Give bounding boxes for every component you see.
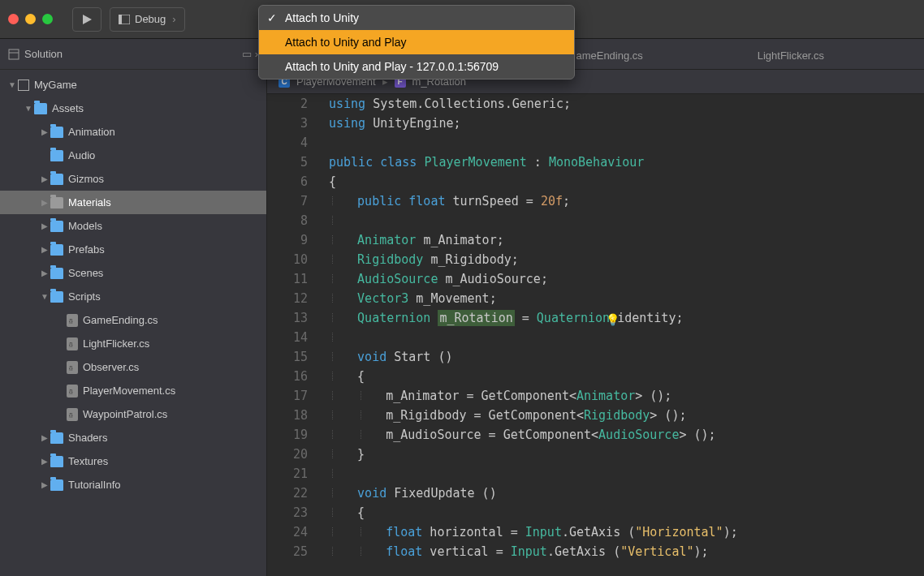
code-line[interactable]: ⸽ ⸽ m_AudioSource = GetComponent<AudioSo…	[329, 425, 924, 445]
tree-file[interactable]: {}WaypointPatrol.cs	[0, 402, 266, 426]
expand-arrow-icon[interactable]: ▼	[39, 292, 50, 301]
expand-arrow-icon[interactable]: ▶	[39, 457, 50, 466]
code-line[interactable]: ⸽ }	[329, 445, 924, 464]
tree-label: Materials	[68, 196, 111, 208]
line-number: 7	[267, 191, 308, 211]
expand-arrow-icon[interactable]: ▼	[6, 80, 18, 89]
editor-tab[interactable]: ameEnding.cs	[561, 41, 657, 69]
folder-icon	[50, 174, 63, 185]
tree-file[interactable]: {}LightFlicker.cs	[0, 332, 266, 355]
tree-label: Gizmos	[68, 173, 104, 185]
panel-icon	[119, 15, 130, 24]
code-line[interactable]: ⸽	[329, 211, 924, 230]
expand-arrow-icon[interactable]: ▶	[39, 221, 50, 230]
minimize-button[interactable]	[25, 14, 36, 24]
run-button[interactable]	[72, 7, 101, 32]
code-line[interactable]: public class PlayerMovement : MonoBehavi…	[329, 153, 924, 172]
code-line[interactable]: ⸽ AudioSource m_AudioSource;	[329, 269, 924, 289]
close-button[interactable]	[8, 14, 19, 24]
code-line[interactable]: ⸽ void Start ()	[329, 347, 924, 367]
code-editor[interactable]: 2345678910111213141516171819202122232425…	[267, 94, 924, 576]
expand-arrow-icon[interactable]: ▶	[39, 269, 50, 277]
tree-folder[interactable]: ▶TutorialInfo	[0, 473, 266, 496]
expand-arrow-icon[interactable]: ▶	[39, 433, 50, 442]
project-icon	[18, 80, 29, 91]
code-line[interactable]: ⸽ ⸽ m_Rigidbody = GetComponent<Rigidbody…	[329, 406, 924, 425]
code-line[interactable]: ⸽	[329, 464, 924, 484]
tree-folder[interactable]: ▶Materials	[0, 191, 266, 214]
code-line[interactable]: {	[329, 172, 924, 191]
tree-file[interactable]: {}GameEnding.cs	[0, 308, 266, 332]
sidebar-options-icon[interactable]: ▭ ›	[242, 48, 258, 60]
run-target-option[interactable]: Attach to Unity and Play	[259, 30, 574, 54]
code-line[interactable]: ⸽ Rigidbody m_Rigidbody;	[329, 250, 924, 269]
expand-arrow-icon[interactable]: ▶	[39, 127, 50, 136]
line-number: 22	[267, 484, 308, 503]
configuration-selector[interactable]: Debug ›	[110, 7, 185, 32]
expand-arrow-icon[interactable]: ▶	[39, 480, 50, 489]
tree-folder[interactable]: ▶Shaders	[0, 426, 266, 449]
code-line[interactable]: ⸽ public float turnSpeed = 20f;	[329, 191, 924, 211]
folder-icon	[50, 244, 63, 256]
line-number: 15	[267, 347, 308, 367]
run-target-option[interactable]: Attach to Unity and Play - 127.0.0.1:567…	[259, 54, 574, 79]
code-line[interactable]: ⸽ Animator m_Animator;	[329, 230, 924, 250]
tree-folder[interactable]: ▶Animation	[0, 120, 266, 144]
line-number: 14	[267, 328, 308, 347]
folder-icon	[50, 150, 63, 161]
code-line[interactable]: ⸽ Quaternion m_Rotation = Quaternion.ide…	[329, 308, 924, 328]
tree-folder[interactable]: ▶Scenes	[0, 261, 266, 285]
code-line[interactable]: ⸽ {	[329, 503, 924, 522]
line-number: 3	[267, 114, 308, 133]
tree-label: Observer.cs	[83, 361, 139, 373]
line-number: 6	[267, 172, 308, 191]
tree-file[interactable]: {}PlayerMovement.cs	[0, 379, 266, 402]
tree-label: Textures	[68, 455, 108, 467]
tree-file[interactable]: {}Observer.cs	[0, 355, 266, 379]
code-line[interactable]: using UnityEngine;	[329, 114, 924, 133]
code-content[interactable]: using System.Collections.Generic;using U…	[319, 94, 924, 576]
lightbulb-icon[interactable]: 💡	[606, 310, 620, 329]
line-number: 19	[267, 425, 308, 445]
line-number: 18	[267, 406, 308, 425]
expand-arrow-icon[interactable]: ▼	[23, 104, 34, 113]
code-line[interactable]: ⸽ Vector3 m_Movement;	[329, 289, 924, 308]
tree-folder[interactable]: ▼MyGame	[0, 73, 266, 97]
option-label: Attach to Unity	[285, 11, 359, 24]
tree-label: MyGame	[34, 79, 77, 91]
tree-label: PlayerMovement.cs	[83, 385, 175, 397]
code-line[interactable]: ⸽ void FixedUpdate ()	[329, 484, 924, 503]
code-line[interactable]: ⸽ {	[329, 367, 924, 386]
code-line[interactable]: ⸽	[329, 328, 924, 347]
tree-folder[interactable]: Audio	[0, 144, 266, 167]
zoom-button[interactable]	[42, 14, 53, 24]
tree-folder[interactable]: ▶Models	[0, 214, 266, 238]
run-target-option[interactable]: ✓Attach to Unity	[259, 6, 574, 30]
solution-tree: ▼MyGame▼Assets▶AnimationAudio▶Gizmos▶Mat…	[0, 70, 266, 576]
code-line[interactable]: ⸽ ⸽ float vertical = Input.GetAxis ("Ver…	[329, 542, 924, 561]
code-line[interactable]	[329, 133, 924, 153]
tree-folder[interactable]: ▶Gizmos	[0, 167, 266, 191]
tree-folder[interactable]: ▶Prefabs	[0, 238, 266, 261]
configuration-label: Debug	[135, 13, 166, 25]
svg-text:{}: {}	[69, 318, 73, 324]
line-number: 5	[267, 153, 308, 172]
tree-folder[interactable]: ▼Assets	[0, 97, 266, 120]
code-line[interactable]: ⸽ ⸽ m_Animator = GetComponent<Animator> …	[329, 386, 924, 406]
option-label: Attach to Unity and Play - 127.0.0.1:567…	[285, 60, 499, 73]
main-split: Solution ▭ › ▼MyGame▼Assets▶AnimationAud…	[0, 39, 924, 576]
code-line[interactable]: ⸽ ⸽ float horizontal = Input.GetAxis ("H…	[329, 522, 924, 542]
code-line[interactable]: using System.Collections.Generic;	[329, 94, 924, 114]
window-controls	[8, 14, 53, 24]
tree-folder[interactable]: ▼Scripts	[0, 285, 266, 308]
tree-folder[interactable]: ▶Textures	[0, 449, 266, 473]
expand-arrow-icon[interactable]: ▶	[39, 174, 50, 183]
gutter: 2345678910111213141516171819202122232425	[267, 94, 319, 576]
expand-arrow-icon[interactable]: ▶	[39, 245, 50, 254]
csharp-file-icon: {}	[67, 314, 78, 327]
folder-icon	[34, 103, 47, 114]
chevron-right-icon: ›	[172, 13, 175, 25]
editor-tab[interactable]: LightFlicker.cs	[743, 41, 839, 69]
expand-arrow-icon[interactable]: ▶	[39, 198, 50, 207]
line-number: 25	[267, 542, 308, 561]
